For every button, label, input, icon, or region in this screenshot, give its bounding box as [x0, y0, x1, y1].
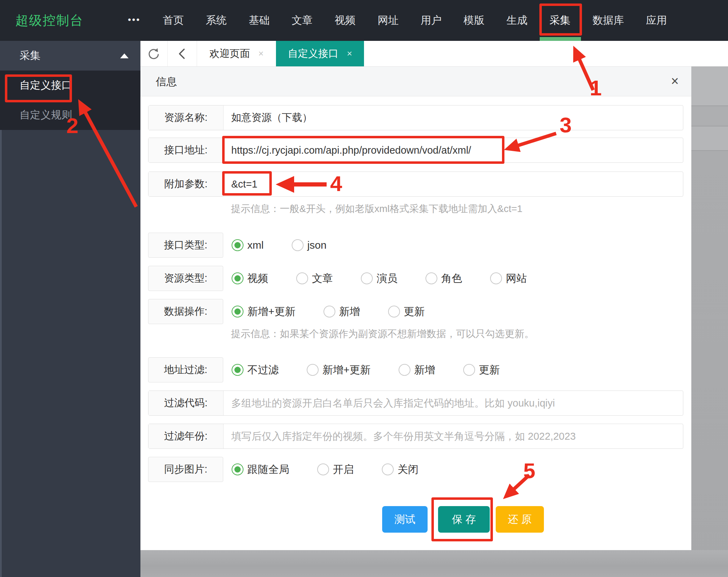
radio-label: json [307, 239, 327, 251]
field-label: 同步图片: [148, 457, 223, 482]
radio-option-xml[interactable]: xml [232, 239, 264, 251]
radio-option-role[interactable]: 角色 [425, 271, 462, 286]
field-row-data-operation: 数据操作: 新增+更新 新增 更新 [148, 299, 683, 324]
filter-code-input[interactable] [224, 391, 683, 415]
radio-icon[interactable] [490, 272, 502, 284]
radio-icon[interactable] [425, 272, 437, 284]
api-url-input[interactable] [224, 138, 683, 162]
sidebar-group-label: 采集 [20, 49, 41, 63]
radio-selected-icon[interactable] [232, 239, 243, 251]
tab-scroll-left-button[interactable] [168, 41, 196, 66]
radio-icon[interactable] [382, 463, 394, 475]
field-label: 附加参数: [148, 172, 224, 196]
app-logo: 超级控制台 [15, 0, 83, 41]
save-button[interactable]: 保 存 [438, 506, 490, 533]
nav-item-generate[interactable]: 生成 [507, 13, 527, 28]
restore-button[interactable]: 还 原 [496, 506, 544, 533]
sidebar-item-custom-rule[interactable]: 自定义规则 [0, 100, 140, 130]
nav-item-url[interactable]: 网址 [378, 13, 399, 28]
field-row-api-url: 接口地址: [148, 138, 683, 163]
radio-label: xml [247, 239, 264, 251]
radio-selected-icon[interactable] [232, 306, 243, 317]
nav-item-template[interactable]: 模版 [464, 13, 485, 28]
field-label: 过滤代码: [148, 391, 224, 415]
radio-label: 更新 [479, 363, 500, 377]
modal-header: 信息 × [140, 67, 691, 96]
nav-item-user[interactable]: 用户 [421, 13, 442, 28]
radio-icon[interactable] [307, 364, 319, 376]
radio-icon[interactable] [399, 364, 410, 376]
radio-option-add-update[interactable]: 新增+更新 [232, 305, 296, 319]
radio-group-data-operation: 新增+更新 新增 更新 [232, 299, 425, 324]
radio-option-follow-global[interactable]: 跟随全局 [232, 462, 289, 477]
nav-item-article[interactable]: 文章 [292, 13, 313, 28]
nav-item-database[interactable]: 数据库 [592, 13, 624, 28]
nav-item-video[interactable]: 视频 [335, 13, 356, 28]
sidebar-group-collect[interactable]: 采集 [0, 41, 140, 71]
resource-name-input[interactable] [224, 105, 683, 130]
radio-group-interface-type: xml json [232, 233, 327, 258]
radio-icon[interactable] [292, 239, 304, 251]
field-label: 资源类型: [148, 266, 223, 291]
field-label: 接口地址: [148, 138, 224, 162]
extra-params-hint: 提示信息：一般&开头，例如老版xml格式采集下载地址需加入&ct=1 [231, 202, 523, 216]
radio-label: 视频 [247, 271, 268, 286]
radio-icon[interactable] [317, 463, 329, 475]
radio-icon[interactable] [388, 306, 400, 317]
radio-option-video[interactable]: 视频 [232, 271, 268, 286]
radio-option-add[interactable]: 新增 [323, 305, 360, 319]
radio-label: 关闭 [398, 462, 418, 477]
radio-option-actor[interactable]: 演员 [361, 271, 398, 286]
tab-close-icon[interactable]: × [258, 48, 263, 59]
radio-icon[interactable] [296, 272, 308, 284]
collapse-up-icon [120, 53, 129, 58]
radio-icon[interactable] [361, 272, 373, 284]
sidebar-item-custom-interface[interactable]: 自定义接口 [0, 71, 140, 100]
tab-close-icon[interactable]: × [347, 48, 352, 59]
radio-selected-icon[interactable] [232, 272, 243, 284]
radio-label: 演员 [377, 271, 398, 286]
radio-option-disable[interactable]: 关闭 [382, 462, 418, 477]
radio-option-update[interactable]: 更新 [388, 305, 425, 319]
refresh-button[interactable] [140, 41, 167, 66]
radio-label: 开启 [333, 462, 354, 477]
tab-welcome[interactable]: 欢迎页面 × [197, 41, 276, 66]
radio-option-json[interactable]: json [292, 239, 327, 251]
field-label: 资源名称: [148, 105, 224, 130]
nav-item-system[interactable]: 系统 [206, 13, 227, 28]
radio-selected-icon[interactable] [232, 463, 243, 475]
radio-option-add-update[interactable]: 新增+更新 [307, 363, 371, 377]
radio-option-update[interactable]: 更新 [463, 363, 500, 377]
field-label: 接口类型: [148, 233, 223, 258]
field-row-extra-params: 附加参数: [148, 171, 683, 197]
refresh-icon [147, 47, 161, 61]
close-icon[interactable]: × [671, 67, 679, 96]
nav-item-apps[interactable]: 应用 [646, 13, 667, 28]
radio-label: 网站 [506, 271, 527, 286]
test-button[interactable]: 测试 [382, 506, 428, 533]
radio-label: 新增+更新 [247, 305, 296, 319]
more-menu-icon[interactable]: ••• [128, 0, 140, 41]
nav-item-collect[interactable]: 采集 [549, 13, 570, 28]
field-row-resource-type: 资源类型: 视频 文章 演员 角色 网站 [148, 266, 683, 291]
nav-menu: 首页 系统 基础 文章 视频 网址 用户 模版 生成 采集 数据库 应用 [163, 0, 667, 41]
field-row-filter-code: 过滤代码: [148, 390, 683, 416]
radio-option-add[interactable]: 新增 [399, 363, 435, 377]
radio-option-enable[interactable]: 开启 [317, 462, 354, 477]
radio-label: 文章 [312, 271, 333, 286]
field-label: 过滤年份: [148, 424, 224, 448]
radio-option-website[interactable]: 网站 [490, 271, 527, 286]
radio-option-article[interactable]: 文章 [296, 271, 333, 286]
chevron-left-icon [176, 47, 188, 61]
radio-icon[interactable] [323, 306, 335, 317]
filter-year-input[interactable] [224, 424, 683, 448]
tab-custom-interface[interactable]: 自定义接口 × [276, 41, 364, 66]
extra-params-input[interactable] [224, 172, 683, 196]
nav-item-home[interactable]: 首页 [163, 13, 184, 28]
nav-item-basic[interactable]: 基础 [249, 13, 270, 28]
radio-selected-icon[interactable] [232, 364, 243, 376]
tab-label: 自定义接口 [288, 47, 338, 61]
radio-label: 角色 [441, 271, 462, 286]
radio-icon[interactable] [463, 364, 475, 376]
radio-option-no-filter[interactable]: 不过滤 [232, 363, 279, 377]
